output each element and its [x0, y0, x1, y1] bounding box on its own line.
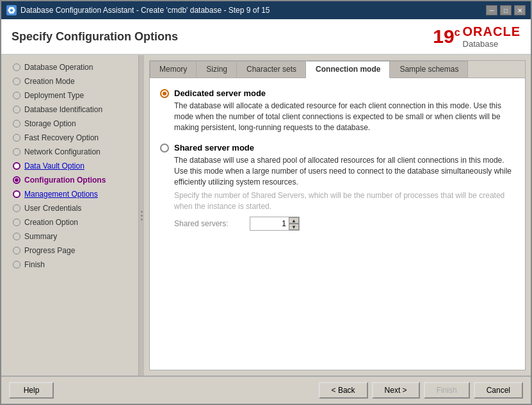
tabs-bar: MemorySizingCharacter setsConnection mod…: [150, 61, 525, 78]
sidebar-item-summary: Summary: [1, 229, 138, 244]
resize-dot-1: [141, 211, 143, 213]
sidebar-item-data-vault-option[interactable]: Data Vault Option: [1, 159, 138, 173]
sidebar-label-progress-page: Progress Page: [24, 246, 75, 255]
sidebar-label-configuration-options: Configuration Options: [24, 176, 106, 185]
sidebar-circle-creation-option: [13, 219, 20, 226]
shared-radio-button[interactable]: [160, 144, 169, 153]
resize-dots: [141, 211, 143, 220]
spinner-down-button[interactable]: ▼: [289, 224, 299, 230]
footer-right: < Back Next > Finish Cancel: [319, 382, 523, 399]
sidebar-label-network-configuration: Network Configuration: [24, 147, 101, 156]
sidebar-item-configuration-options[interactable]: Configuration Options: [1, 173, 138, 187]
sidebar-circle-network-configuration: [13, 148, 20, 156]
tab-character-sets[interactable]: Character sets: [237, 61, 306, 78]
shared-servers-row: Shared servers: ▲ ▼: [174, 217, 515, 231]
main-content: Database OperationCreation ModeDeploymen…: [1, 55, 531, 376]
sidebar-circle-summary: [13, 233, 20, 240]
sidebar-circle-configuration-options: [13, 176, 20, 184]
shared-servers-label: Shared servers:: [174, 219, 245, 228]
resize-dot-2: [141, 215, 143, 217]
tab-content: Dedicated server mode The database will …: [150, 78, 525, 370]
minimize-button[interactable]: ─: [486, 5, 497, 15]
dedicated-radio-button[interactable]: [160, 89, 169, 98]
help-button[interactable]: Help: [9, 382, 54, 399]
sidebar-label-database-operation: Database Operation: [24, 63, 93, 72]
sidebar-label-user-credentials: User Credentials: [24, 204, 81, 213]
sidebar-label-fast-recovery-option: Fast Recovery Option: [24, 133, 99, 142]
sidebar-item-finish: Finish: [1, 258, 138, 272]
footer-bar: Help < Back Next > Finish Cancel: [1, 376, 531, 404]
shared-muted-desc: Specify the number of Shared Servers, wh…: [174, 190, 515, 212]
sidebar-label-management-options: Management Options: [24, 190, 98, 199]
oracle-text: ORACLE Database: [463, 24, 520, 49]
resize-handle[interactable]: [139, 55, 144, 376]
spinner-up-button[interactable]: ▲: [289, 217, 299, 224]
resize-dot-3: [141, 219, 143, 220]
sidebar-item-database-operation: Database Operation: [1, 60, 138, 74]
sidebar-circle-deployment-type: [13, 92, 20, 99]
sidebar-label-database-identification: Database Identification: [24, 105, 102, 114]
dedicated-desc: The database will allocate a dedicated r…: [174, 101, 515, 133]
dedicated-label: Dedicated server mode: [174, 88, 515, 98]
sidebar-label-summary: Summary: [24, 232, 57, 241]
sidebar-item-storage-option: Storage Option: [1, 117, 138, 131]
sidebar-label-storage-option: Storage Option: [24, 119, 76, 128]
tab-sizing[interactable]: Sizing: [197, 61, 237, 78]
sidebar-item-creation-option: Creation Option: [1, 215, 138, 229]
oracle-version: 19c: [433, 26, 460, 47]
sidebar-label-finish: Finish: [24, 260, 45, 269]
tab-sample-schemas[interactable]: Sample schemas: [390, 61, 468, 78]
sidebar-label-data-vault-option: Data Vault Option: [24, 161, 85, 170]
shared-radio-option: Shared server mode The database will use…: [160, 143, 515, 231]
sidebar-item-management-options[interactable]: Management Options: [1, 187, 138, 201]
sidebar-circle-user-credentials: [13, 204, 20, 212]
shared-servers-spinner[interactable]: ▲ ▼: [250, 217, 300, 231]
tab-memory[interactable]: Memory: [150, 61, 197, 78]
sidebar-item-network-configuration: Network Configuration: [1, 145, 138, 159]
sidebar-circle-storage-option: [13, 120, 20, 128]
sidebar: Database OperationCreation ModeDeploymen…: [1, 55, 139, 376]
tab-connection-mode[interactable]: Connection mode: [306, 61, 390, 78]
next-button[interactable]: Next >: [372, 382, 420, 399]
sidebar-item-progress-page: Progress Page: [1, 244, 138, 258]
sidebar-item-user-credentials: User Credentials: [1, 201, 138, 215]
page-title: Specify Configuration Options: [12, 30, 178, 44]
sidebar-circle-progress-page: [13, 247, 20, 254]
shared-servers-input[interactable]: [250, 218, 289, 229]
oracle-db-label: Database: [463, 39, 499, 49]
sidebar-circle-data-vault-option: [13, 162, 20, 170]
maximize-button[interactable]: □: [500, 5, 512, 15]
content-area: MemorySizingCharacter setsConnection mod…: [144, 55, 531, 376]
sidebar-item-deployment-type: Deployment Type: [1, 88, 138, 103]
sidebar-item-creation-mode: Creation Mode: [1, 74, 138, 88]
sidebar-circle-database-identification: [13, 106, 20, 113]
app-icon: [6, 5, 17, 15]
dedicated-label-text: Dedicated server mode The database will …: [174, 88, 515, 133]
shared-desc: The database will use a shared pool of a…: [174, 155, 515, 187]
shared-label-text: Shared server mode The database will use…: [174, 143, 515, 231]
tab-panel: MemorySizingCharacter setsConnection mod…: [149, 60, 526, 370]
sidebar-circle-management-options: [13, 190, 20, 198]
sidebar-circle-finish: [13, 261, 20, 269]
spinner-buttons: ▲ ▼: [289, 217, 299, 230]
dedicated-server-section: Dedicated server mode The database will …: [160, 88, 515, 133]
window-title: Database Configuration Assistant - Creat…: [20, 6, 270, 15]
sidebar-item-database-identification: Database Identification: [1, 103, 138, 117]
finish-button[interactable]: Finish: [424, 382, 470, 399]
oracle-logo: 19c ORACLE Database: [433, 24, 520, 49]
title-bar-controls: ─ □ ✕: [486, 5, 526, 15]
sidebar-circle-database-operation: [13, 63, 20, 71]
sidebar-circle-fast-recovery-option: [13, 134, 20, 142]
back-button[interactable]: < Back: [319, 382, 368, 399]
header-bar: Specify Configuration Options 19c ORACLE…: [1, 19, 531, 55]
cancel-button[interactable]: Cancel: [474, 382, 523, 399]
oracle-name: ORACLE: [463, 24, 520, 39]
main-window: Database Configuration Assistant - Creat…: [0, 0, 532, 405]
close-button[interactable]: ✕: [514, 5, 526, 15]
title-bar-left: Database Configuration Assistant - Creat…: [6, 5, 270, 15]
sidebar-label-creation-option: Creation Option: [24, 218, 78, 227]
sidebar-item-fast-recovery-option: Fast Recovery Option: [1, 131, 138, 145]
title-bar: Database Configuration Assistant - Creat…: [1, 1, 531, 19]
shared-server-section: Shared server mode The database will use…: [160, 143, 515, 231]
shared-label: Shared server mode: [174, 143, 515, 153]
